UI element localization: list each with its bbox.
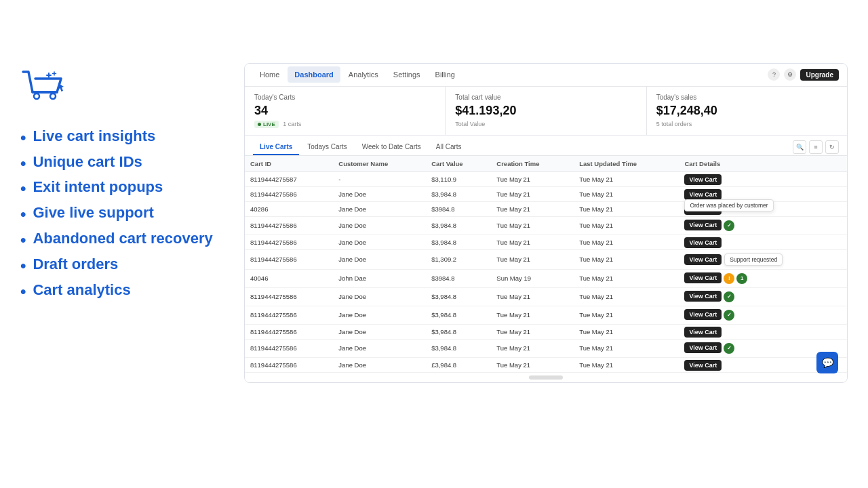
cell-details: View CartSupport requested <box>679 249 847 269</box>
view-cart-button[interactable]: View Cart <box>684 309 722 320</box>
table-row: 8119444275586Jane Doe$3,984.8Tue May 21T… <box>245 186 847 201</box>
help-icon[interactable]: ? <box>768 68 780 81</box>
view-cart-button[interactable]: View Cart <box>684 220 722 230</box>
stat-sub-carts: LIVE 1 carts <box>254 121 435 128</box>
cell-value: $3,984.8 <box>426 186 491 201</box>
cell-customer: Jane Doe <box>333 287 426 306</box>
order-placed-tooltip: Order was placed by customer <box>684 199 773 211</box>
chat-button[interactable]: 💬 <box>816 352 838 373</box>
table-header: Cart ID Customer Name Cart Value Creatio… <box>245 156 847 172</box>
content-row: Live cart insightsUnique cart IDsExit in… <box>20 63 848 383</box>
table-row: 8119444275586Jane Doe$3,984.8Tue May 21T… <box>245 306 847 324</box>
cell-customer: Jane Doe <box>333 357 426 372</box>
page-wrapper: Live cart insightsUnique cart IDsExit in… <box>0 0 868 488</box>
cell-created: Tue May 21 <box>491 324 574 339</box>
table-container: Cart ID Customer Name Cart Value Creatio… <box>245 156 847 373</box>
green-badge: ✓ <box>724 291 734 302</box>
filter-icon[interactable]: ≡ <box>809 140 823 154</box>
cell-id: 8119444275586 <box>245 216 333 235</box>
cell-created: Tue May 21 <box>491 287 574 306</box>
nav-tab-dashboard[interactable]: Dashboard <box>288 66 340 83</box>
svg-point-6 <box>50 94 56 99</box>
nav-tab-analytics[interactable]: Analytics <box>342 66 385 83</box>
stat-sub-sales: 5 total orders <box>656 121 837 127</box>
bullet-item: Unique cart IDs <box>20 153 231 174</box>
cell-details: View Cart <box>679 171 847 186</box>
cell-created: Tue May 21 <box>491 339 574 357</box>
cell-updated: Tue May 21 <box>574 171 679 186</box>
cell-details: View Cart <box>679 324 847 339</box>
app-outer: Home Dashboard Analytics Settings Billin… <box>244 63 848 383</box>
cell-customer: Jane Doe <box>333 216 426 235</box>
view-cart-button[interactable]: View Cart <box>684 327 722 338</box>
stat-card-value: Total cart value $41.193,20 Total Value <box>446 87 646 135</box>
upgrade-button[interactable]: Upgrade <box>800 69 839 81</box>
cell-customer: Jane Doe <box>333 306 426 324</box>
view-cart-button[interactable]: View Cart <box>684 189 722 200</box>
cell-updated: Tue May 21 <box>574 269 679 287</box>
cell-details: View Cart✓ <box>679 306 847 324</box>
scroll-bar[interactable] <box>529 375 563 380</box>
nav-tab-home[interactable]: Home <box>253 66 286 83</box>
cell-id: 8119444275586 <box>245 249 333 269</box>
stat-card-sales: Today's sales $17,248,40 5 total orders <box>647 87 847 135</box>
cell-updated: Tue May 21 <box>574 186 679 201</box>
cell-details: View Cart!1 <box>679 269 847 287</box>
search-icon[interactable]: 🔍 <box>793 140 806 154</box>
stat-value-sales: $17,248,40 <box>656 104 837 118</box>
scroll-indicator <box>245 373 847 382</box>
table-tab-week[interactable]: Week to Date Carts <box>355 140 428 155</box>
cell-created: Tue May 21 <box>491 357 574 372</box>
green-badge: ✓ <box>724 310 734 321</box>
nav-right: ? ⚙ Upgrade <box>768 68 839 81</box>
cell-updated: Tue May 21 <box>574 287 679 306</box>
table-tab-live[interactable]: Live Carts <box>253 140 299 155</box>
bullet-item: Give live support <box>20 204 231 224</box>
nav-tab-settings[interactable]: Settings <box>387 66 427 83</box>
view-cart-button[interactable]: View Cart <box>684 291 722 302</box>
cell-created: Sun May 19 <box>491 269 574 287</box>
cell-customer: Jane Doe <box>333 235 426 249</box>
cell-customer: - <box>333 171 426 186</box>
cell-updated: Tue May 21 <box>574 216 679 235</box>
table-row: 8119444275586Jane Doe$3,984.8Tue May 21T… <box>245 235 847 249</box>
view-cart-button[interactable]: View Cart <box>684 360 722 371</box>
table-row: 8119444275586Jane Doe$3,984.8Tue May 21T… <box>245 339 847 357</box>
cell-id: 40046 <box>245 269 333 287</box>
col-header-created: Creation Time <box>491 156 574 172</box>
cell-updated: Tue May 21 <box>574 306 679 324</box>
table-row: 8119444275586Jane Doe$3,984.8Tue May 21T… <box>245 216 847 235</box>
table-body: 8119444275587-$3,110.9Tue May 21Tue May … <box>245 171 847 372</box>
cart-table: Cart ID Customer Name Cart Value Creatio… <box>245 156 847 373</box>
cell-updated: Tue May 21 <box>574 235 679 249</box>
view-cart-button[interactable]: View Cart <box>684 272 722 283</box>
live-badge: LIVE <box>254 121 279 128</box>
bullet-item: Exit intent popups <box>20 178 231 199</box>
left-panel: Live cart insightsUnique cart IDsExit in… <box>20 63 231 307</box>
cell-value: $3,984.8 <box>426 306 491 324</box>
stat-sub-value: Total Value <box>455 121 636 127</box>
nav-tab-billing[interactable]: Billing <box>429 66 462 83</box>
green-badge: ✓ <box>724 343 734 354</box>
cell-id: 40286 <box>245 201 333 216</box>
stat-value-value: $41.193,20 <box>455 104 636 118</box>
bullet-item: Cart analytics <box>20 281 231 302</box>
cell-created: Tue May 21 <box>491 249 574 269</box>
cell-customer: Jane Doe <box>333 339 426 357</box>
table-tab-all[interactable]: All Carts <box>429 140 469 155</box>
table-row: 40046John Dae$3984.8Sun May 19Tue May 21… <box>245 269 847 287</box>
table-tab-today[interactable]: Todays Carts <box>300 140 353 155</box>
cell-id: 8119444275586 <box>245 186 333 201</box>
col-header-updated: Last Updated Time <box>574 156 679 172</box>
settings-icon[interactable]: ⚙ <box>784 68 796 81</box>
bullet-item: Abandoned cart recovery <box>20 230 231 250</box>
view-cart-button[interactable]: View Cart <box>684 174 722 185</box>
cell-updated: Tue May 21 <box>574 324 679 339</box>
table-row: 8119444275586Jane Doe$3,984.8Tue May 21T… <box>245 287 847 306</box>
view-cart-button[interactable]: View Cart <box>684 342 722 353</box>
refresh-icon[interactable]: ↻ <box>825 140 839 154</box>
cell-created: Tue May 21 <box>491 201 574 216</box>
cell-id: 8119444275586 <box>245 357 333 372</box>
view-cart-button[interactable]: View Cart <box>684 237 722 248</box>
view-cart-button[interactable]: View Cart <box>684 254 722 265</box>
